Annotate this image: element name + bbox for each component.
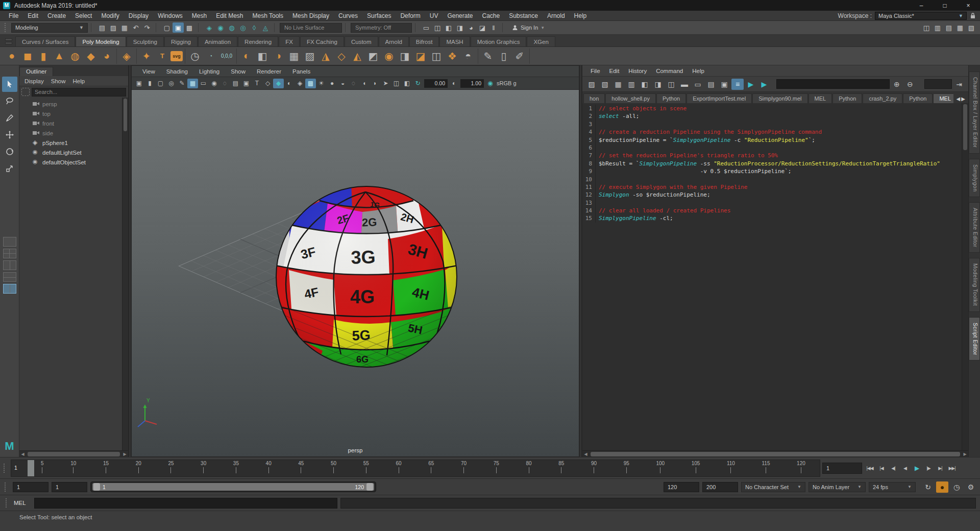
go-to-start-button[interactable]: |◀◀ (864, 463, 875, 474)
snap-curve-icon[interactable]: ◉ (215, 22, 226, 33)
outliner-item[interactable]: front (19, 118, 122, 128)
maximize-button[interactable]: □ (933, 0, 957, 11)
menu-item[interactable]: Create (43, 11, 70, 20)
viewport-menu-item[interactable]: Renderer (252, 67, 286, 76)
xray-icon[interactable]: ◫ (391, 79, 402, 88)
make-live-shelf-icon[interactable]: ▯ (496, 49, 511, 64)
clear-history-icon[interactable]: ◧ (639, 79, 651, 90)
menu-item[interactable]: Help (570, 11, 592, 20)
zoom-out-icon[interactable]: ⊖ (904, 79, 916, 90)
lasso-select-tool[interactable] (2, 93, 17, 109)
extrude-icon[interactable]: ◮ (318, 49, 333, 64)
multisample-icon[interactable]: ◖ (359, 79, 370, 88)
snap-grid-icon[interactable]: ◈ (204, 22, 215, 33)
clear-input-icon[interactable]: ◨ (652, 79, 664, 90)
menu-set-dropdown[interactable]: Modeling▼ (11, 23, 88, 33)
svg-tool-icon[interactable]: svg (170, 51, 183, 61)
code-editor[interactable]: 1// select objects in scene 2select -all… (582, 103, 962, 450)
bevel-icon[interactable]: ◭ (350, 49, 365, 64)
script-vertical-scrollbar[interactable] (962, 103, 968, 450)
make-live-icon[interactable]: ◬ (260, 22, 271, 33)
isolate-select-icon[interactable]: ➤ (380, 79, 391, 88)
lock-icon[interactable] (970, 12, 976, 19)
poly-plane-icon[interactable]: ◆ (83, 49, 99, 64)
symmetrize-icon[interactable]: ❖ (445, 49, 460, 64)
scale-tool[interactable] (2, 161, 17, 176)
toggle-channel-box-icon[interactable]: ▦ (954, 22, 966, 33)
shaded-icon[interactable]: ◆ (273, 79, 284, 88)
display-render-settings-icon[interactable]: ◨ (454, 22, 465, 33)
use-default-material-icon[interactable]: ◈ (295, 79, 305, 88)
poly-sphere-icon[interactable]: ● (4, 49, 19, 64)
script-tab[interactable]: Python (903, 93, 933, 103)
step-back-frame-button[interactable]: |◀ (876, 463, 887, 474)
separate-icon[interactable]: ◧ (255, 49, 270, 64)
playback-loop-icon[interactable]: ↻ (922, 481, 934, 493)
safe-action-icon[interactable]: ▣ (241, 79, 252, 88)
image-plane-icon[interactable]: ▢ (155, 79, 166, 88)
poly-cube-icon[interactable]: ◼ (20, 49, 35, 64)
camera-attributes-icon[interactable]: ▣ (134, 79, 144, 88)
docked-panel-tab[interactable]: Attribute Editor (969, 202, 980, 253)
script-search-input[interactable] (776, 79, 890, 89)
outliner-menu-item[interactable]: Show (51, 78, 66, 84)
script-editor-menu-item[interactable]: Help (688, 67, 708, 75)
boolean-difference-icon[interactable]: ▨ (302, 49, 317, 64)
goto-line-field[interactable] (924, 79, 952, 89)
auto-keyframe-icon[interactable]: ● (936, 481, 948, 493)
script-editor-menu-item[interactable]: File (586, 67, 604, 75)
outliner-horizontal-scrollbar[interactable]: ◀▶ (19, 450, 128, 457)
toggle-tool-settings-icon[interactable]: ▥ (932, 22, 943, 33)
sculpt-icon[interactable]: ◓ (460, 49, 476, 64)
select-hierarchy-icon[interactable]: ▢ (161, 22, 173, 33)
undo-icon[interactable]: ↶ (130, 22, 141, 33)
zero-transform-icon[interactable]: 0,0,0 (219, 49, 234, 64)
menu-item[interactable]: Surfaces (362, 11, 396, 20)
workspace-stack-icon[interactable]: ▧ (966, 22, 977, 33)
viewport-menu-item[interactable]: Show (226, 67, 250, 76)
extract-icon[interactable]: ◑ (271, 49, 286, 64)
script-tab[interactable]: MEL (808, 93, 832, 103)
chamfer-vertex-icon[interactable]: ◩ (365, 49, 381, 64)
layout-single-pane-button[interactable] (3, 237, 16, 247)
viewport-menu-item[interactable]: Lighting (194, 67, 224, 76)
menu-item[interactable]: UV (425, 11, 443, 20)
time-slider[interactable]: 1 51015202530354045505560657075808590951… (11, 460, 820, 477)
command-language-toggle[interactable]: MEL (14, 500, 31, 506)
preferences-gear-icon[interactable]: ⚙ (965, 481, 977, 493)
open-render-view-icon[interactable]: ▭ (421, 22, 432, 33)
paint-select-tool[interactable] (2, 110, 17, 126)
viewport-menu-item[interactable]: Panels (288, 67, 315, 76)
wireframe-icon[interactable]: ◇ (262, 79, 273, 88)
viewport-menu-item[interactable]: Shading (162, 67, 192, 76)
close-button[interactable]: × (957, 0, 980, 11)
xray-joints-icon[interactable]: ◧ (402, 79, 412, 88)
target-weld-icon[interactable]: ◫ (429, 49, 444, 64)
animation-preferences-icon[interactable]: ◷ (950, 481, 963, 493)
zoom-in-icon[interactable]: ⊕ (891, 79, 903, 90)
menu-item[interactable]: Mesh Display (288, 11, 334, 20)
smooth-icon[interactable]: ◉ (381, 49, 397, 64)
safe-title-icon[interactable]: T (252, 79, 262, 88)
docked-panel-tab[interactable]: Script Editor (969, 317, 980, 361)
outliner-vertical-scrollbar[interactable] (122, 98, 128, 450)
viewport-menu-item[interactable]: View (138, 67, 160, 76)
menu-item[interactable]: Deform (396, 11, 425, 20)
field-chart-icon[interactable]: ▤ (230, 79, 241, 88)
ipr-render-icon[interactable]: ◧ (443, 22, 454, 33)
toggle-attribute-editor-icon[interactable]: ▤ (943, 22, 954, 33)
menu-item[interactable]: Mesh (187, 11, 211, 20)
open-scene-icon[interactable]: ▨ (108, 22, 119, 33)
anim-layer-dropdown[interactable]: No Anim Layer▼ (808, 482, 866, 492)
animation-end-field[interactable]: 200 (702, 482, 738, 492)
docked-panel-tab[interactable]: Simplygon (969, 159, 980, 198)
outliner-menu-item[interactable]: Help (73, 78, 85, 84)
script-tab[interactable]: MEL (933, 93, 953, 103)
current-frame-field[interactable]: 1 (822, 463, 862, 474)
film-gate-icon[interactable]: ▭ (198, 79, 209, 88)
shelf-tab[interactable]: Bifrost (409, 36, 439, 46)
script-tab[interactable]: Python (832, 93, 862, 103)
snap-point-icon[interactable]: ◍ (226, 22, 237, 33)
viewport-canvas[interactable]: 1G 2F 2G 2H 3F 3G 3H 4F 4G 4H 5G 5H (132, 90, 579, 456)
exposure-field[interactable]: 0.00 (424, 79, 448, 88)
